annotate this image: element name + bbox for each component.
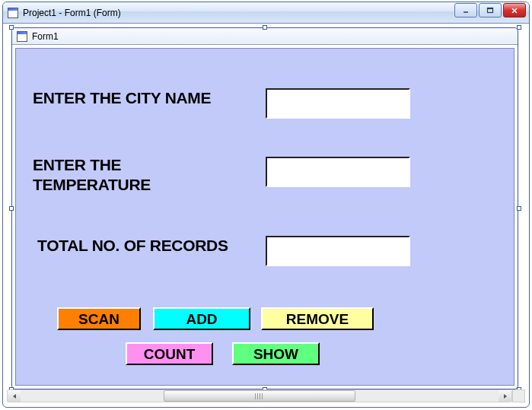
minimize-button[interactable] xyxy=(454,3,477,17)
input-total[interactable] xyxy=(266,236,410,266)
count-button[interactable]: COUNT xyxy=(126,342,213,365)
close-icon xyxy=(511,7,518,14)
client-area: Form1 ENTER THE CITY NAME ENTER THE TEMP… xyxy=(7,27,525,386)
resize-handle[interactable] xyxy=(517,206,521,211)
scroll-left-button[interactable] xyxy=(8,390,21,402)
svg-marker-5 xyxy=(13,394,16,399)
chevron-right-icon xyxy=(502,393,508,399)
scroll-track[interactable] xyxy=(21,390,499,402)
minimize-icon xyxy=(462,7,470,14)
input-city[interactable] xyxy=(266,88,410,119)
maximize-icon xyxy=(486,7,494,14)
scroll-corner xyxy=(512,389,525,402)
scroll-thumb[interactable] xyxy=(164,390,355,402)
add-button[interactable]: ADD xyxy=(153,307,250,330)
maximize-button[interactable] xyxy=(479,3,502,17)
form-window[interactable]: Form1 ENTER THE CITY NAME ENTER THE TEMP… xyxy=(11,27,518,389)
scan-button[interactable]: SCAN xyxy=(57,307,141,330)
resize-handle[interactable] xyxy=(9,25,14,30)
input-temp[interactable] xyxy=(266,157,410,187)
form-title: Form1 xyxy=(32,31,59,42)
form-titlebar[interactable]: Form1 xyxy=(12,28,518,45)
label-total: TOTAL NO. OF RECORDS xyxy=(37,236,235,256)
resize-handle[interactable] xyxy=(517,25,521,30)
resize-handle[interactable] xyxy=(9,206,14,211)
designer-window: Project1 - Form1 (Form) Form1 ENTER THE … xyxy=(2,2,530,408)
form-icon xyxy=(17,31,27,42)
label-temp: ENTER THE TEMPERATURE xyxy=(33,155,231,195)
resize-handle[interactable] xyxy=(263,25,267,30)
scroll-right-button[interactable] xyxy=(499,390,511,402)
titlebar[interactable]: Project1 - Form1 (Form) xyxy=(3,2,529,24)
form-body[interactable]: ENTER THE CITY NAME ENTER THE TEMPERATUR… xyxy=(15,48,514,386)
window-title: Project1 - Form1 (Form) xyxy=(23,8,121,18)
svg-marker-6 xyxy=(504,394,507,399)
close-button[interactable] xyxy=(503,3,526,17)
form-icon xyxy=(8,8,18,18)
horizontal-scrollbar[interactable] xyxy=(7,389,512,402)
chevron-left-icon xyxy=(11,393,18,399)
remove-button[interactable]: REMOVE xyxy=(261,307,374,330)
label-city: ENTER THE CITY NAME xyxy=(33,88,223,108)
show-button[interactable]: SHOW xyxy=(232,342,320,365)
